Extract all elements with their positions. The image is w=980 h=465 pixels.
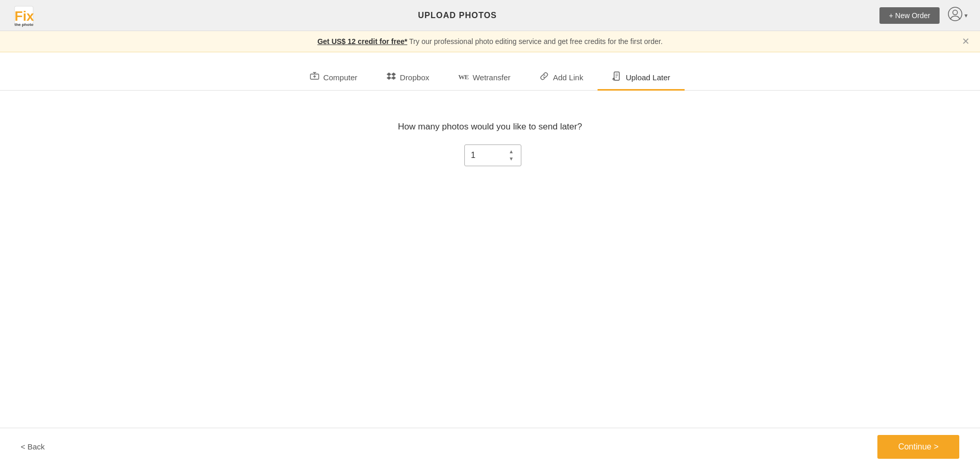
tab-dropbox-label: Dropbox xyxy=(400,73,430,82)
upload-tabs: Computer Dropbox WE Wetransfer xyxy=(0,52,980,91)
svg-rect-7 xyxy=(614,72,619,80)
user-menu-button[interactable]: ▾ xyxy=(948,7,968,24)
tab-dropbox[interactable]: Dropbox xyxy=(372,65,444,91)
user-chevron-icon: ▾ xyxy=(964,12,968,19)
logo[interactable]: Fix the photo xyxy=(12,4,35,27)
upload-later-content: How many photos would you like to send l… xyxy=(0,91,980,428)
header-actions: + New Order ▾ xyxy=(879,7,968,24)
logo-icon: Fix the photo xyxy=(12,4,35,27)
tab-add-link[interactable]: Add Link xyxy=(525,65,598,91)
tab-upload-later[interactable]: Upload Later xyxy=(598,65,685,91)
svg-text:Fix: Fix xyxy=(15,8,34,24)
app-header: Fix the photo UPLOAD PHOTOS + New Order … xyxy=(0,0,980,31)
tab-add-link-label: Add Link xyxy=(553,73,583,82)
tab-wetransfer[interactable]: WE Wetransfer xyxy=(444,65,525,91)
new-order-button[interactable]: + New Order xyxy=(879,7,940,24)
main-content: Computer Dropbox WE Wetransfer xyxy=(0,52,980,428)
page-footer: < Back Continue > xyxy=(0,428,980,465)
promo-text: Get US$ 12 credit for free* Try our prof… xyxy=(317,37,662,46)
tab-computer-label: Computer xyxy=(323,73,358,82)
promo-link[interactable]: Get US$ 12 credit for free* xyxy=(317,37,407,46)
tab-computer[interactable]: Computer xyxy=(295,65,372,91)
promo-close-button[interactable]: ✕ xyxy=(962,37,970,46)
tab-upload-later-label: Upload Later xyxy=(626,73,670,82)
continue-button[interactable]: Continue > xyxy=(877,435,959,459)
user-icon xyxy=(948,7,962,24)
quantity-increment-button[interactable]: ▲ xyxy=(507,148,516,155)
promo-banner: Get US$ 12 credit for free* Try our prof… xyxy=(0,31,980,52)
page-title: UPLOAD PHOTOS xyxy=(418,11,496,20)
dropbox-icon xyxy=(387,71,396,83)
svg-point-5 xyxy=(953,10,958,14)
quantity-decrement-button[interactable]: ▼ xyxy=(507,155,516,163)
tab-wetransfer-label: Wetransfer xyxy=(473,73,510,82)
link-icon xyxy=(539,71,549,83)
quantity-spinner: ▲ ▼ xyxy=(507,148,516,163)
quantity-question: How many photos would you like to send l… xyxy=(398,122,582,132)
quantity-input-wrapper: ▲ ▼ xyxy=(464,144,516,166)
wetransfer-icon: WE xyxy=(458,73,468,81)
upload-later-icon xyxy=(612,71,621,83)
back-button[interactable]: < Back xyxy=(21,438,45,455)
svg-text:the photo: the photo xyxy=(15,22,34,27)
computer-icon xyxy=(310,71,319,83)
promo-message: Try our professional photo editing servi… xyxy=(407,37,663,46)
